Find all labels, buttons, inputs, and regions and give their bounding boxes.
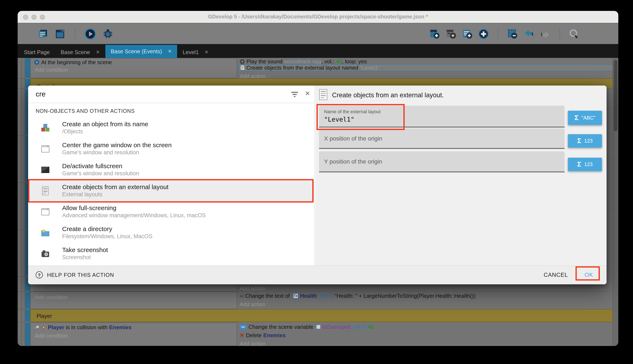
objects-cubes-icon bbox=[41, 123, 50, 132]
remove-event-icon[interactable] bbox=[507, 28, 518, 39]
scrollbar-thumb[interactable] bbox=[614, 60, 617, 131]
text-action-icon: txt bbox=[240, 294, 243, 298]
toolbar-right bbox=[429, 28, 580, 40]
redo-icon[interactable] bbox=[540, 28, 551, 39]
scene-variable-icon bbox=[316, 324, 321, 329]
group-player[interactable]: Player bbox=[30, 309, 614, 322]
fullscreen-icon bbox=[41, 165, 50, 174]
action-change-variable[interactable]: Var Change the scene variable IsDamaged:… bbox=[240, 324, 374, 330]
action-change-text[interactable]: txt Change the text of TxHealth: set to … bbox=[240, 293, 475, 299]
add-event-icon[interactable] bbox=[429, 28, 440, 39]
undo-icon[interactable] bbox=[523, 28, 534, 39]
toolbar-separator bbox=[559, 28, 560, 40]
add-action-link[interactable]: Add action bbox=[240, 340, 265, 346]
add-action-link[interactable]: Add action bbox=[240, 301, 265, 308]
traffic-lights bbox=[23, 15, 45, 20]
screen: GDevelop 5 - /Users/dkarakay/Documents/G… bbox=[0, 0, 633, 364]
event-indicator-bar bbox=[25, 310, 30, 322]
window-title: GDevelop 5 - /Users/dkarakay/Documents/G… bbox=[18, 11, 618, 23]
begin-scene-icon bbox=[34, 60, 40, 65]
sigma-icon: Σ bbox=[577, 137, 581, 145]
expression-builder-y-button[interactable]: Σ 123 bbox=[568, 158, 602, 171]
search-bar[interactable]: cre ✕ bbox=[28, 86, 314, 103]
events-scrollbar[interactable] bbox=[612, 58, 618, 346]
x-position-field[interactable]: X position of the origin bbox=[319, 128, 565, 149]
condition-text: At the beginning of the scene bbox=[41, 59, 112, 66]
debug-icon[interactable] bbox=[102, 28, 114, 40]
cancel-button[interactable]: CANCEL bbox=[544, 272, 568, 278]
toolbar-left bbox=[38, 28, 114, 40]
toolbar bbox=[18, 23, 618, 44]
action-play-sound[interactable]: Play the sound soundtrack.ogg, vol.: 40,… bbox=[240, 58, 367, 64]
preview-play-icon[interactable] bbox=[84, 28, 96, 40]
tab-bar: Start Page Base Scene✕ Base Scene (Event… bbox=[18, 44, 618, 58]
event-indicator-bar bbox=[25, 292, 30, 309]
add-comment-icon[interactable] bbox=[462, 28, 473, 39]
zoom-window-button[interactable] bbox=[40, 15, 45, 20]
list-item-fullscreen[interactable]: De/activate fullscreen Game's window and… bbox=[28, 159, 315, 180]
close-tab-icon[interactable]: ✕ bbox=[96, 49, 100, 55]
action-delete[interactable]: ✕ Delete Enemies bbox=[240, 332, 286, 338]
section-header: NON-OBJECTS AND OTHER ACTIONS bbox=[36, 108, 135, 114]
action-create-objects-selected[interactable]: Create objects from the external layout … bbox=[238, 64, 614, 71]
folder-icon bbox=[41, 228, 50, 237]
list-item-create-object[interactable]: Create an object from its name /Objects bbox=[28, 118, 315, 138]
window-icon bbox=[41, 207, 50, 216]
condition-cell[interactable]: At the beginning of the scene Add condit… bbox=[30, 58, 237, 78]
list-item-center-window[interactable]: Center the game window on the screen Gam… bbox=[28, 138, 315, 159]
tab-start-page[interactable]: Start Page bbox=[19, 46, 55, 58]
search-input[interactable]: cre bbox=[36, 90, 46, 98]
scene-editor-icon[interactable] bbox=[55, 28, 66, 39]
project-manager-icon[interactable] bbox=[38, 28, 49, 39]
toolbar-separator bbox=[498, 28, 498, 40]
condition-cell[interactable]: Player is in collision with Enemies Add … bbox=[30, 322, 237, 346]
add-condition-link[interactable]: Add condition bbox=[35, 67, 68, 73]
action-title: Create objects from an external layout. bbox=[332, 92, 444, 99]
add-subevent-icon[interactable] bbox=[445, 28, 456, 39]
objects-icon bbox=[34, 325, 40, 330]
filter-icon[interactable] bbox=[291, 90, 298, 98]
event-indicator-bar bbox=[25, 58, 30, 78]
condition-cell[interactable]: Add condition bbox=[30, 292, 237, 309]
action-parameters-panel: Create objects from an external layout. … bbox=[315, 86, 606, 266]
tab-base-scene-events[interactable]: Base Scene (Events)✕ bbox=[105, 45, 177, 58]
tab-level1[interactable]: Level1✕ bbox=[177, 46, 214, 58]
sigma-icon: Σ bbox=[574, 114, 578, 122]
close-window-button[interactable] bbox=[23, 15, 28, 20]
close-tab-icon[interactable]: ✕ bbox=[205, 49, 208, 55]
add-action-link[interactable]: Add action bbox=[240, 285, 265, 292]
ok-button[interactable]: OK bbox=[584, 272, 593, 278]
event-indicator-bar bbox=[25, 322, 30, 346]
text-object-icon: Tx bbox=[293, 293, 298, 298]
close-tab-icon[interactable]: ✕ bbox=[168, 49, 172, 54]
help-link[interactable]: ? HELP FOR THIS ACTION bbox=[36, 271, 114, 278]
titlebar: GDevelop 5 - /Users/dkarakay/Documents/G… bbox=[18, 11, 618, 23]
sound-icon bbox=[240, 59, 245, 64]
external-layout-icon bbox=[240, 65, 245, 70]
list-item-allow-fullscreening[interactable]: Allow full-screening Advanced window man… bbox=[28, 201, 315, 222]
add-circle-icon[interactable] bbox=[478, 28, 489, 39]
add-condition-link[interactable]: Add condition bbox=[35, 294, 68, 300]
variable-action-icon: Var bbox=[240, 324, 246, 330]
external-layout-icon bbox=[319, 89, 328, 100]
window-icon bbox=[41, 144, 50, 154]
expression-builder-x-button[interactable]: Σ 123 bbox=[568, 134, 602, 148]
action-list-panel: cre ✕ NON-OBJECTS AND OTHER ACTIONS Crea… bbox=[28, 86, 315, 266]
list-item-create-directory[interactable]: Create a directory Filesystem/Windows, L… bbox=[28, 222, 315, 243]
choose-action-dialog: cre ✕ NON-OBJECTS AND OTHER ACTIONS Crea… bbox=[28, 86, 606, 284]
list-item-create-from-external-layout[interactable]: Create objects from an external layout E… bbox=[28, 180, 315, 201]
camera-icon bbox=[41, 249, 50, 258]
name-of-external-layout-field[interactable]: Name of the external layout "Level1" bbox=[319, 106, 565, 128]
search-icon[interactable] bbox=[569, 28, 580, 39]
add-condition-link[interactable]: Add condition bbox=[35, 332, 68, 339]
dialog-footer: ? HELP FOR THIS ACTION CANCEL OK bbox=[28, 266, 606, 284]
condition-collision[interactable]: Player is in collision with Enemies bbox=[34, 324, 132, 330]
clear-search-icon[interactable]: ✕ bbox=[305, 90, 310, 97]
events-gutter bbox=[18, 58, 25, 346]
expression-builder-abc-button[interactable]: Σ "ABC" bbox=[568, 111, 602, 125]
minimize-window-button[interactable] bbox=[32, 15, 37, 20]
sigma-icon: Σ bbox=[577, 160, 581, 168]
y-position-field[interactable]: Y position of the origin bbox=[319, 152, 565, 172]
tab-base-scene[interactable]: Base Scene✕ bbox=[55, 46, 105, 58]
list-item-take-screenshot[interactable]: Take screenshot Screenshot bbox=[28, 243, 315, 264]
